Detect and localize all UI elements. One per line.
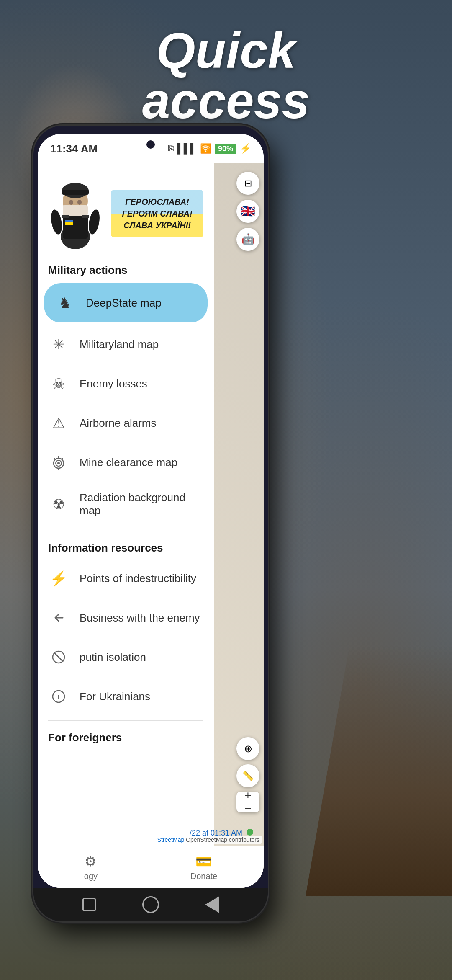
nav-recent-button[interactable] bbox=[202, 894, 223, 915]
svg-rect-15 bbox=[62, 190, 89, 195]
live-indicator bbox=[247, 829, 253, 836]
skull-crossbones-icon: ☠ bbox=[48, 373, 69, 394]
deepstate-label: DeepState map bbox=[86, 297, 162, 309]
osm-attribution: StreetMap OpenStreetMap contributors bbox=[155, 836, 262, 844]
militaryland-label: Militaryland map bbox=[80, 338, 159, 351]
menu-item-indestructibility[interactable]: ⚡ Points of indestructibility bbox=[38, 559, 214, 598]
nav-back-button[interactable] bbox=[79, 894, 100, 915]
svg-rect-20 bbox=[65, 222, 73, 225]
arrow-left-icon bbox=[48, 607, 69, 628]
nav-home-button[interactable] bbox=[140, 894, 161, 915]
osm-link[interactable]: StreetMap bbox=[157, 836, 185, 843]
menu-item-radiation[interactable]: ☢ Radiation background map bbox=[38, 482, 214, 526]
map-controls: ⊟ 🇬🇧 🤖 bbox=[236, 172, 259, 251]
radiation-icon: ☢ bbox=[48, 494, 69, 515]
donate-tab[interactable]: 💳 Donate bbox=[190, 854, 218, 881]
svg-rect-21 bbox=[62, 215, 69, 218]
slogan-text: ГЕРОЮСЛАВА! ГЕРОЯМ СЛАВА! СЛАВА УКРАЇНІ! bbox=[117, 196, 197, 231]
military-section-header: Military actions bbox=[38, 258, 214, 281]
mine-icon bbox=[48, 452, 69, 473]
section-divider-1 bbox=[48, 531, 203, 531]
language-flag-button[interactable]: 🇬🇧 bbox=[236, 200, 259, 223]
layers-icon: ⊕ bbox=[244, 743, 252, 755]
svg-line-29 bbox=[54, 458, 55, 459]
soldier-illustration bbox=[48, 178, 103, 249]
phone-screen: 11:34 AM ⎘ ▌▌▌ 🛜 90% ⚡ bbox=[38, 134, 264, 888]
svg-point-12 bbox=[87, 209, 101, 235]
bluetooth-icon: ⎘ bbox=[168, 143, 174, 154]
signal-icon: ▌▌▌ bbox=[177, 143, 197, 154]
enemy-losses-label: Enemy losses bbox=[80, 377, 147, 390]
menu-item-airborne-alarms[interactable]: ⚠ Airborne alarms bbox=[38, 403, 214, 443]
svg-point-31 bbox=[57, 462, 60, 464]
ruler-icon: 📏 bbox=[242, 771, 254, 781]
battery-indicator: 90% bbox=[215, 144, 236, 154]
airborne-alarms-label: Airborne alarms bbox=[80, 417, 157, 430]
svg-point-17 bbox=[77, 200, 82, 205]
for-ukrainians-label: For Ukrainians bbox=[80, 690, 150, 703]
status-bar: 11:34 AM ⎘ ▌▌▌ 🛜 90% ⚡ bbox=[38, 134, 264, 163]
section-divider-2 bbox=[48, 720, 203, 721]
donate-icon: 💳 bbox=[195, 854, 212, 869]
menu-item-mine-clearance[interactable]: Mine clearance map bbox=[38, 443, 214, 482]
svg-line-26 bbox=[62, 458, 63, 459]
svg-text:i: i bbox=[57, 692, 59, 701]
robot-icon: 🤖 bbox=[241, 233, 255, 246]
svg-point-16 bbox=[69, 200, 73, 205]
navigation-drawer: ГЕРОЮСЛАВА! ГЕРОЯМ СЛАВА! СЛАВА УКРАЇНІ!… bbox=[38, 163, 214, 888]
ruler-button[interactable]: 📏 bbox=[236, 764, 259, 787]
status-time: 11:34 AM bbox=[50, 142, 98, 155]
menu-item-deepstate[interactable]: ♞ DeepState map bbox=[44, 283, 208, 322]
svg-line-33 bbox=[54, 652, 63, 662]
technology-label: ogy bbox=[84, 872, 98, 881]
mine-clearance-label: Mine clearance map bbox=[80, 456, 177, 469]
donate-label: Donate bbox=[190, 872, 218, 881]
menu-item-for-ukrainians[interactable]: i For Ukrainians bbox=[38, 677, 214, 716]
business-enemy-label: Business with the enemy bbox=[80, 611, 200, 624]
page-title: Quick access bbox=[0, 25, 452, 126]
information-section-header: Information resources bbox=[38, 535, 214, 559]
app-bottom-bar: ⚙ ogy 💳 Donate bbox=[38, 846, 264, 888]
slogan-container: ГЕРОЮСЛАВА! ГЕРОЯМ СЛАВА! СЛАВА УКРАЇНІ! bbox=[111, 190, 203, 237]
technology-tab[interactable]: ⚙ ogy bbox=[84, 854, 98, 881]
zoom-controls: + − bbox=[236, 792, 259, 812]
uk-flag-icon: 🇬🇧 bbox=[241, 204, 255, 218]
robot-button[interactable]: 🤖 bbox=[236, 228, 259, 251]
bottom-spacer bbox=[38, 748, 214, 765]
map-bottom-controls: ⊕ 📏 + − bbox=[236, 737, 259, 812]
svg-point-11 bbox=[49, 209, 64, 235]
svg-rect-10 bbox=[63, 216, 88, 239]
chess-knight-icon: ♞ bbox=[54, 292, 75, 313]
settings-sliders-icon: ⊟ bbox=[244, 178, 252, 189]
layers-button[interactable]: ⊕ bbox=[236, 737, 259, 760]
foreigners-section-header: For foreigners bbox=[38, 725, 214, 748]
menu-item-business-enemy[interactable]: Business with the enemy bbox=[38, 598, 214, 637]
menu-item-putin-isolation[interactable]: putin isolation bbox=[38, 637, 214, 677]
lightning-icon: ⚡ bbox=[48, 568, 69, 589]
status-icons-group: ⎘ ▌▌▌ 🛜 90% ⚡ bbox=[168, 143, 251, 154]
charging-icon: ⚡ bbox=[240, 143, 251, 154]
phone-nav-bar bbox=[33, 888, 268, 921]
menu-item-militaryland[interactable]: ✳ Militaryland map bbox=[38, 325, 214, 364]
svg-rect-18 bbox=[63, 205, 88, 216]
radiation-label: Radiation background map bbox=[80, 491, 203, 517]
map-settings-button[interactable]: ⊟ bbox=[236, 172, 259, 195]
drawer-header: ГЕРОЮСЛАВА! ГЕРОЯМ СЛАВА! СЛАВА УКРАЇНІ! bbox=[38, 172, 214, 258]
triangle-nav-icon bbox=[205, 896, 219, 913]
square-nav-icon bbox=[82, 898, 96, 911]
zoom-out-button[interactable]: − bbox=[244, 803, 251, 815]
indestructibility-label: Points of indestructibility bbox=[80, 572, 196, 585]
zoom-in-button[interactable]: + bbox=[244, 789, 251, 801]
info-circle-icon: i bbox=[48, 686, 69, 707]
asterisk-icon: ✳ bbox=[48, 334, 69, 355]
circle-nav-icon bbox=[142, 896, 159, 913]
wifi-icon: 🛜 bbox=[200, 143, 211, 154]
svg-rect-22 bbox=[82, 215, 89, 218]
warning-triangle-icon: ⚠ bbox=[48, 413, 69, 433]
no-sign-icon bbox=[48, 647, 69, 668]
camera-notch bbox=[146, 140, 155, 149]
menu-item-enemy-losses[interactable]: ☠ Enemy losses bbox=[38, 364, 214, 403]
technology-icon: ⚙ bbox=[85, 854, 97, 869]
phone-frame: 11:34 AM ⎘ ▌▌▌ 🛜 90% ⚡ bbox=[33, 126, 268, 921]
page-title-container: Quick access bbox=[0, 25, 452, 126]
